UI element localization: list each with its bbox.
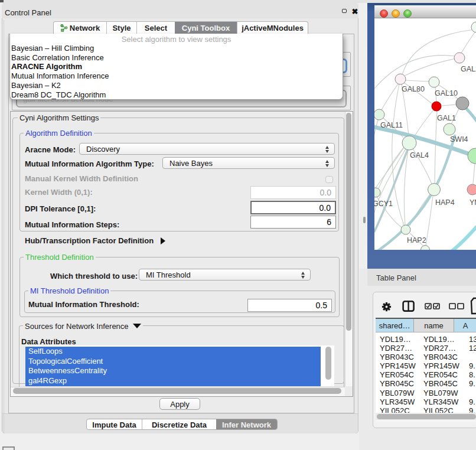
svg-text:GAL4: GAL4	[410, 151, 429, 159]
svg-text:HAP4: HAP4	[435, 198, 455, 207]
svg-text:YM: YM	[470, 198, 476, 207]
svg-text:GAL10: GAL10	[435, 89, 458, 97]
svg-text:GAL1: GAL1	[437, 114, 456, 122]
svg-text:GCY1: GCY1	[374, 200, 393, 208]
svg-text:GAL11: GAL11	[380, 121, 403, 129]
svg-text:HAP2: HAP2	[407, 236, 426, 244]
svg-text:GAL2: GAL2	[461, 65, 476, 73]
svg-text:GAL80: GAL80	[402, 85, 425, 93]
svg-text:SWI4: SWI4	[450, 135, 468, 144]
